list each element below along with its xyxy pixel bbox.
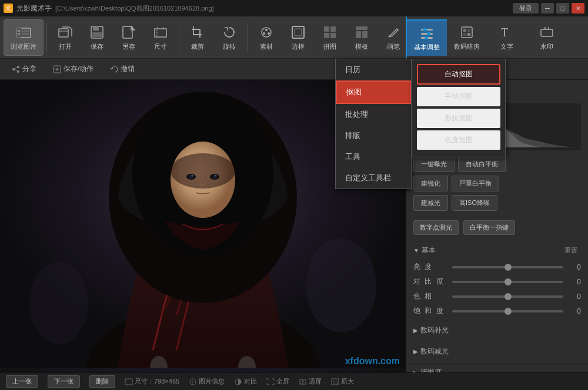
watermark-tab-label: 水印: [540, 42, 553, 51]
login-button[interactable]: 登录: [513, 3, 539, 14]
undo-button[interactable]: 撤销: [105, 62, 139, 76]
share-icon: [12, 65, 20, 73]
svg-rect-8: [93, 26, 99, 31]
one-click-exposure-button[interactable]: 一键曝光: [413, 156, 455, 172]
contrast-text: 对比: [244, 377, 257, 386]
undo-label: 撤销: [121, 64, 135, 74]
contrast-item[interactable]: 对比: [234, 377, 257, 386]
crop-button[interactable]: 裁剪: [182, 19, 213, 56]
tab-basic-adjust[interactable]: 基本调整: [407, 19, 447, 56]
strict-white-balance-button[interactable]: 严重白平衡: [452, 176, 499, 191]
menu-item-layout[interactable]: 排版: [336, 125, 411, 146]
menu-item-batch[interactable]: 批处理: [336, 104, 411, 125]
tab-watermark[interactable]: 水印: [527, 19, 567, 56]
brightness-track[interactable]: [452, 266, 563, 268]
menu-item-calendar[interactable]: 日历: [336, 59, 411, 80]
svg-rect-35: [463, 29, 466, 32]
manual-capture-button[interactable]: 手动抠图: [417, 87, 500, 106]
sharpen-button[interactable]: 建锐化: [413, 176, 448, 191]
save-action-button[interactable]: 保存/动作: [48, 62, 98, 76]
brightness-thumb[interactable]: [505, 264, 512, 271]
hue-track[interactable]: [452, 295, 563, 298]
fullscreen-item[interactable]: 全屏: [266, 377, 289, 386]
open-button[interactable]: 打开: [50, 19, 81, 56]
svg-rect-18: [324, 26, 329, 32]
contrast-value: 0: [567, 278, 581, 286]
basic-section-header[interactable]: ▼ 基本 重置: [406, 241, 588, 260]
white-balance-key-button[interactable]: 白平衡一指键: [463, 220, 515, 235]
menu-item-tools[interactable]: 工具: [336, 146, 411, 167]
svg-text:1:1: 1:1: [333, 380, 339, 384]
contrast-track[interactable]: [452, 281, 563, 283]
tab-text[interactable]: T 文字: [487, 19, 527, 56]
image-info-item[interactable]: i 图片信息: [189, 377, 225, 386]
size-button[interactable]: 尺寸: [145, 19, 176, 56]
open-label: 打开: [59, 42, 72, 51]
save-action-icon: [53, 65, 61, 73]
svg-point-57: [192, 175, 193, 177]
share-button[interactable]: 分享: [7, 62, 41, 76]
prev-button[interactable]: 上一张: [6, 375, 38, 388]
auto-white-balance-button[interactable]: 自动白平衡: [458, 156, 506, 172]
fit-icon: [299, 378, 307, 385]
rotate-label: 旋转: [223, 42, 236, 51]
basic-adjust-icon: [419, 25, 435, 41]
material-button[interactable]: 素材: [251, 19, 282, 56]
fullscreen-icon: [266, 378, 275, 385]
svg-text:T: T: [501, 26, 508, 39]
menu-item-custom-toolbar[interactable]: 自定义工具栏: [336, 167, 411, 189]
tab-digital-darkroom[interactable]: 数码暗房: [447, 19, 487, 56]
rotate-icon: [221, 24, 238, 41]
saturation-thumb[interactable]: [505, 308, 512, 315]
contrast-thumb[interactable]: [505, 278, 512, 285]
digital-reduce-header[interactable]: ▶ 数码减光: [406, 342, 588, 361]
saturation-track[interactable]: [452, 310, 563, 312]
svg-point-31: [427, 32, 430, 35]
reset-button[interactable]: 重置: [561, 245, 581, 256]
hue-thumb[interactable]: [505, 293, 512, 300]
toolbar-sep-3: [248, 23, 248, 52]
dropdown-menu: 日历 抠图 批处理 排版 工具 自定义工具栏: [335, 59, 412, 189]
color-capture-button[interactable]: 色度抠图: [417, 130, 500, 150]
stitch-button[interactable]: 拼图: [315, 19, 345, 56]
svg-rect-22: [356, 26, 368, 30]
save-as-label: 另存: [122, 42, 135, 51]
digital-fill-header[interactable]: ▶ 数码补光: [406, 321, 588, 339]
rotate-button[interactable]: 旋转: [214, 19, 245, 56]
svg-rect-3: [18, 33, 20, 35]
maximize-button[interactable]: □: [556, 3, 569, 14]
menu-item-capture[interactable]: 抠图: [336, 80, 411, 104]
triangle-reduce-icon: ▶: [413, 348, 418, 355]
point-light-row: 数字点测光 白平衡一指键: [406, 217, 588, 238]
close-button[interactable]: ✕: [572, 3, 584, 14]
fit-item[interactable]: 适屏: [299, 377, 322, 386]
svg-rect-17: [295, 29, 302, 36]
xfdown-watermark: xfdown.com: [345, 356, 400, 367]
high-iso-noise-button[interactable]: 高ISO降噪: [452, 195, 497, 211]
size-icon: [152, 24, 169, 41]
original-item[interactable]: 1:1 原大: [331, 377, 354, 386]
title-controls: 登录 ─ □ ✕: [513, 3, 584, 14]
svg-point-61: [306, 238, 376, 332]
digital-point-light-button[interactable]: 数字点测光: [413, 220, 459, 235]
capture-row-2: 建锐化 严重白平衡: [413, 176, 581, 191]
sharpness-header[interactable]: ▶ 清晰度: [406, 364, 588, 372]
frame-button[interactable]: 边框: [283, 19, 313, 56]
shape-capture-button[interactable]: 形状抠图: [417, 109, 500, 128]
draw-button[interactable]: 画笔: [378, 19, 409, 56]
auto-capture-button[interactable]: 自动抠图: [417, 64, 500, 85]
minimize-button[interactable]: ─: [541, 3, 554, 14]
next-button[interactable]: 下一张: [48, 375, 80, 388]
size-label: 尺寸: [154, 42, 167, 51]
template-button[interactable]: 模板: [346, 19, 377, 56]
browse-button[interactable]: 浏览图片: [4, 19, 44, 56]
save-button[interactable]: 保存: [82, 19, 112, 56]
digital-reduce-section: ▶ 数码减光: [406, 342, 588, 361]
digital-reduce-label: 数码减光: [420, 347, 449, 357]
capture-row-1: 一键曝光 自动白平衡: [413, 156, 581, 172]
decrease-light-button[interactable]: 建减光: [413, 195, 448, 211]
svg-rect-37: [463, 33, 466, 36]
svg-rect-19: [330, 26, 336, 32]
delete-button[interactable]: 删除: [89, 375, 115, 388]
save-as-button[interactable]: 另存: [113, 19, 144, 56]
